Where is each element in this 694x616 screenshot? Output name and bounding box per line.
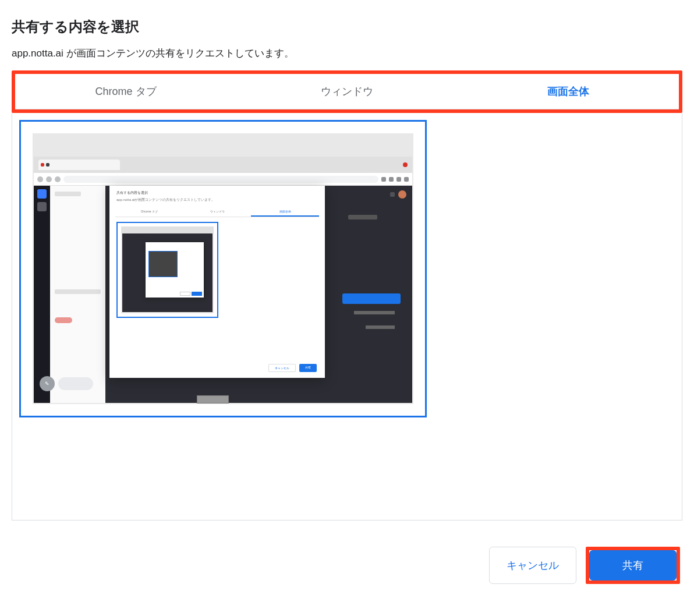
screen-preview: 共有する内容を選択 app.notta.aiが画面コンテンツの共有をリクエストし…	[33, 133, 413, 404]
mock-left-panel	[50, 186, 105, 403]
mock-deep-thumb	[148, 251, 178, 277]
mock-text-line	[55, 192, 81, 196]
mock-back-icon	[37, 176, 43, 182]
mock-nested-thumbnail	[116, 222, 218, 318]
mock-nested-tab: ウィンドウ	[183, 207, 252, 217]
mock-nested-preview	[121, 226, 214, 313]
mock-deep-cancel	[180, 292, 190, 296]
mock-record-icon: ✎	[40, 376, 55, 391]
mock-nested-title: 共有する内容を選択 app.notta.aiが画面コンテンツの共有をリクエストし…	[109, 186, 325, 207]
mock-ext-icon	[389, 177, 394, 182]
mock-browser-toolbar	[34, 173, 412, 186]
mock-nested-tab: Chrome タブ	[115, 207, 183, 217]
mock-avatar-icon	[398, 190, 406, 199]
mock-page-content: 共有する内容を選択 app.notta.aiが画面コンテンツの共有をリクエストし…	[34, 186, 412, 403]
mock-deep-page	[122, 233, 213, 312]
mock-close-icon	[403, 162, 408, 167]
mock-nested-tabs: Chrome タブ ウィンドウ 画面全体	[115, 207, 319, 217]
mock-ext-icon	[381, 177, 386, 182]
mock-reload-icon	[55, 176, 61, 182]
share-button-highlight: 共有	[586, 547, 680, 584]
mock-forward-icon	[46, 176, 52, 182]
mock-favicon-icon	[46, 163, 49, 167]
screen-selection-area: 共有する内容を選択 app.notta.aiが画面コンテンツの共有をリクエストし…	[12, 113, 682, 521]
screen-thumbnail-selected[interactable]: 共有する内容を選択 app.notta.aiが画面コンテンツの共有をリクエストし…	[19, 120, 427, 417]
mock-sharing-indicator	[197, 395, 229, 403]
mock-sidebar	[34, 186, 50, 403]
tab-entire-screen[interactable]: 画面全体	[458, 74, 679, 109]
dialog-title: 共有する内容を選択	[12, 17, 682, 36]
mock-browser-tab	[38, 160, 120, 170]
mock-nested-dialog: 共有する内容を選択 app.notta.aiが画面コンテンツの共有をリクエストし…	[109, 186, 325, 378]
mock-favicon-icon	[41, 163, 44, 167]
mock-text-line	[55, 289, 101, 294]
share-button[interactable]: 共有	[589, 550, 677, 580]
mock-floating-controls: ✎	[40, 376, 93, 391]
mock-menu-icon	[404, 177, 409, 182]
mock-deep-share	[192, 292, 202, 296]
mock-nested-share: 共有	[299, 364, 317, 372]
mock-nested-cancel: キャンセル	[268, 364, 296, 372]
tab-chrome-tab[interactable]: Chrome タブ	[15, 74, 236, 109]
mock-text-line	[348, 215, 377, 220]
mock-primary-button	[342, 293, 401, 304]
mock-nested-title-text: 共有する内容を選択	[116, 190, 318, 196]
mock-header-right	[390, 190, 406, 199]
mock-text-line	[354, 311, 395, 314]
mock-nested-buttons: キャンセル 共有	[268, 364, 317, 372]
mock-header-icon	[390, 192, 395, 197]
share-source-tabs: Chrome タブ ウィンドウ 画面全体	[15, 74, 679, 109]
dialog-footer: キャンセル 共有	[12, 547, 682, 584]
mock-text-line	[366, 325, 395, 329]
mock-deep-tabbar	[121, 226, 214, 233]
mock-browser-tabbar	[34, 157, 412, 173]
mock-nested-subtitle-text: app.notta.aiが画面コンテンツの共有をリクエストしています。	[116, 197, 318, 203]
mock-nested-tab-active: 画面全体	[251, 207, 319, 217]
mock-url-bar	[63, 176, 378, 183]
mock-timer-pill	[58, 377, 93, 390]
mock-deep-buttons	[180, 292, 202, 296]
mock-deep-dialog	[146, 242, 204, 298]
mock-sidebar-icon	[37, 189, 47, 199]
cancel-button[interactable]: キャンセル	[489, 547, 576, 584]
mock-sidebar-icon	[37, 202, 47, 211]
mock-badge	[55, 317, 72, 323]
mock-ext-icon	[396, 177, 401, 182]
tabs-highlight-box: Chrome タブ ウィンドウ 画面全体	[12, 70, 682, 113]
dialog-subtitle: app.notta.ai が画面コンテンツの共有をリクエストしています。	[12, 47, 682, 60]
tab-window[interactable]: ウィンドウ	[236, 74, 458, 109]
